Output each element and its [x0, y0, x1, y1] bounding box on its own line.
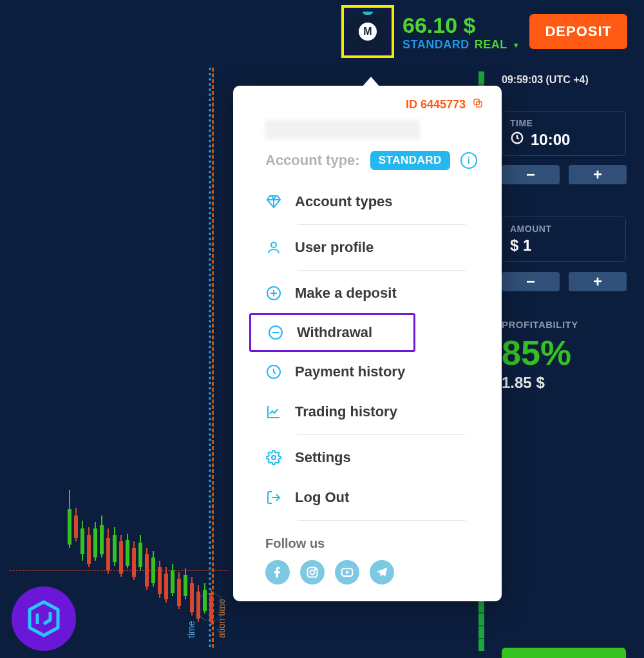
diamond-icon	[265, 194, 282, 209]
avatar-letter: M	[359, 23, 377, 41]
menu-label: Log Out	[295, 489, 349, 506]
time-panel[interactable]: TIME 10:00	[502, 111, 626, 156]
amount-plus-button[interactable]: +	[569, 272, 627, 291]
follow-us-label: Follow us	[265, 536, 502, 551]
menu-withdrawal[interactable]: Withdrawal	[249, 313, 415, 352]
time-minus-button[interactable]: −	[502, 165, 560, 184]
chevron-down-icon: ▼	[513, 41, 520, 49]
svg-point-6	[272, 456, 276, 460]
header: M 66.10 $ STANDARD REAL ▼ DEPOSIT	[0, 0, 644, 64]
instagram-icon[interactable]	[300, 560, 325, 585]
profitability-percent: 85%	[502, 333, 578, 373]
profitability-amount: 1.85 $	[502, 374, 578, 392]
amount-label: AMOUNT	[510, 224, 618, 234]
deposit-button[interactable]: DEPOSIT	[529, 14, 627, 49]
call-button[interactable]	[502, 648, 626, 658]
telegram-icon[interactable]	[370, 560, 394, 585]
menu-trading-history[interactable]: Trading history	[265, 392, 484, 432]
account-type-label: Account type:	[265, 152, 360, 169]
gear-icon	[265, 450, 282, 465]
menu-label: Trading history	[295, 403, 397, 420]
minus-circle-icon	[267, 325, 284, 340]
time-plus-button[interactable]: +	[569, 165, 627, 184]
menu-label: Withdrawal	[297, 324, 372, 341]
separator	[298, 224, 466, 225]
profitability-label: PROFITABILITY	[502, 319, 578, 330]
amount-panel[interactable]: AMOUNT $ 1	[502, 217, 626, 262]
svg-point-8	[310, 570, 315, 575]
svg-point-9	[315, 569, 316, 570]
account-type-standard: STANDARD	[402, 38, 469, 52]
time-label: TIME	[510, 118, 618, 128]
logout-icon	[265, 490, 282, 505]
menu-label: Account types	[295, 193, 393, 210]
menu-logout[interactable]: Log Out	[265, 478, 484, 518]
account-menu-popup: ID 6445773 Account type: STANDARD i Acco…	[233, 86, 502, 601]
menu-user-profile[interactable]: User profile	[265, 227, 484, 267]
menu-account-types[interactable]: Account types	[265, 182, 484, 222]
menu-label: Payment history	[295, 363, 405, 380]
menu-label: Make a deposit	[295, 285, 397, 302]
clock-icon	[510, 131, 524, 149]
chart-line-icon	[265, 404, 282, 420]
menu-label: User profile	[295, 239, 374, 256]
balance-amount: 66.10 $	[402, 13, 520, 38]
menu-label: Settings	[295, 449, 351, 466]
server-time: 09:59:03 (UTC +4)	[502, 74, 589, 86]
clock-icon	[265, 364, 282, 380]
facebook-icon[interactable]	[265, 560, 290, 585]
menu-settings[interactable]: Settings	[265, 438, 484, 478]
svg-point-2	[271, 242, 276, 247]
youtube-icon[interactable]	[335, 560, 359, 585]
account-name-redacted	[265, 120, 420, 139]
amount-value: $ 1	[510, 237, 531, 255]
time-value: 10:00	[531, 131, 570, 149]
profitability-block: PROFITABILITY 85% 1.85 $	[502, 319, 578, 392]
menu-make-deposit[interactable]: Make a deposit	[265, 273, 484, 313]
avatar: M	[348, 12, 388, 52]
separator	[298, 520, 466, 521]
brand-logo	[12, 586, 76, 651]
separator	[298, 270, 466, 271]
user-icon	[265, 240, 282, 255]
account-mode-real: REAL	[475, 38, 507, 52]
info-icon[interactable]: i	[460, 152, 477, 169]
plus-circle-icon	[265, 285, 282, 301]
account-avatar-button[interactable]: M	[341, 5, 394, 58]
account-type-badge: STANDARD	[370, 151, 450, 170]
separator	[298, 434, 466, 435]
menu-payment-history[interactable]: Payment history	[265, 352, 484, 392]
copy-icon[interactable]	[472, 97, 484, 112]
balance-block[interactable]: 66.10 $ STANDARD REAL ▼	[402, 13, 520, 52]
account-id: ID 6445773	[406, 98, 466, 111]
amount-minus-button[interactable]: −	[502, 272, 560, 291]
